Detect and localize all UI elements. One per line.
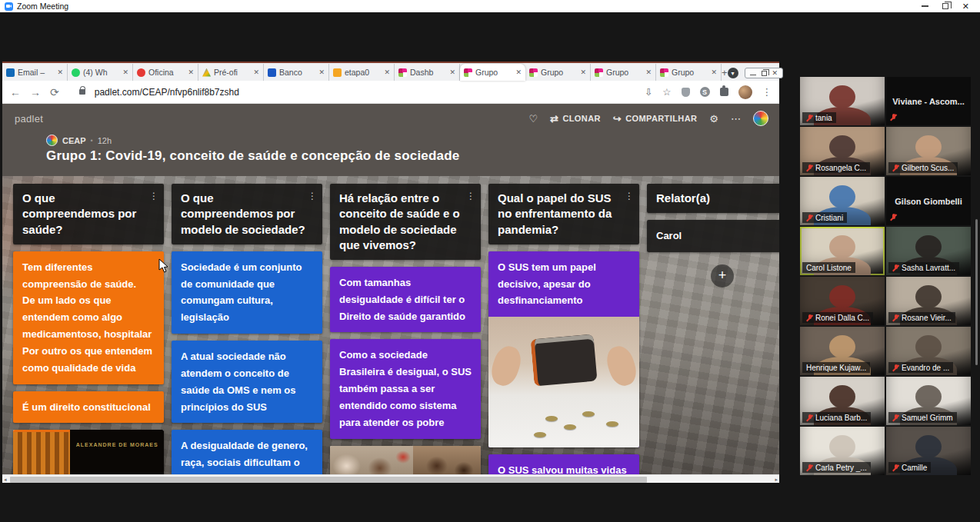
clonar-button[interactable]: ⇄ CLONAR: [550, 113, 601, 125]
post-card[interactable]: Com tamanhas desigualdade é difícil ter …: [330, 267, 481, 332]
participant-tile-0[interactable]: tania: [800, 77, 885, 125]
column-menu-kebab-icon[interactable]: ⋮: [149, 190, 158, 202]
install-icon[interactable]: ⇩: [645, 86, 652, 98]
padlet-user-avatar[interactable]: [753, 111, 768, 126]
participant-tile-5[interactable]: Gilson Giombelli: [886, 177, 971, 225]
post-card[interactable]: O SUS tem um papel decisivo, apesar do d…: [488, 251, 639, 447]
browser-tab-1[interactable]: (4) Wh✕: [68, 64, 133, 81]
participants-scrollbar[interactable]: [975, 219, 978, 365]
padlet-favicon-icon: [529, 68, 538, 77]
participant-tile-3[interactable]: Gilberto Scus...: [886, 127, 971, 175]
column-menu-kebab-icon[interactable]: ⋮: [308, 190, 317, 202]
participant-tile-6[interactable]: Carol Listone: [800, 227, 885, 275]
padlet-logo[interactable]: padlet: [15, 113, 43, 125]
tab-close-icon[interactable]: ✕: [515, 68, 522, 76]
tab-close-icon[interactable]: ✕: [122, 68, 128, 76]
participant-name: Gilberto Scus...: [902, 164, 954, 172]
participant-name: Camille: [902, 464, 927, 472]
browser-menu-kebab-icon[interactable]: ⋮: [762, 86, 772, 98]
column-menu-kebab-icon[interactable]: ⋮: [466, 190, 475, 202]
back-icon[interactable]: ←: [10, 86, 21, 98]
post-card[interactable]: A atual sociedade não atendem o conceito…: [172, 341, 322, 423]
bookmark-star-icon[interactable]: ☆: [662, 86, 671, 98]
browser-tab-10[interactable]: Grupo✕: [656, 64, 722, 81]
settings-gear-icon[interactable]: ⚙: [709, 113, 718, 125]
browser-minimize-button[interactable]: [750, 71, 756, 75]
participant-tile-13[interactable]: Samuel Grimm: [886, 377, 971, 425]
extensions-puzzle-icon[interactable]: [720, 88, 728, 96]
tab-close-icon[interactable]: ✕: [384, 68, 390, 76]
participant-tile-2[interactable]: Rosangela C...: [800, 127, 885, 175]
browser-tab-6[interactable]: Dashb✕: [395, 64, 460, 81]
tab-close-icon[interactable]: ✕: [645, 68, 652, 76]
scroll-right-arrow[interactable]: ▸: [775, 475, 778, 484]
hand-shape: [603, 343, 639, 389]
browser-tab-5[interactable]: etapa0✕: [329, 64, 395, 81]
browser-tab-3[interactable]: Pré-ofi✕: [198, 64, 264, 81]
participant-name-bar: Luciana Barb...: [802, 412, 871, 423]
like-heart-icon[interactable]: ♡: [528, 113, 538, 125]
post-card[interactable]: É um direito constitucional: [13, 391, 164, 424]
tab-label: etapa0: [345, 68, 381, 77]
participant-tile-9[interactable]: Rosane Vieir...: [886, 277, 971, 325]
participant-tile-7[interactable]: Sasha Lavratt...: [886, 227, 971, 275]
scroll-left-arrow[interactable]: ◂: [4, 475, 7, 484]
post-text: Sociedade é um conjunto de comunidade qu…: [172, 251, 322, 334]
browser-tab-7[interactable]: Grupo✕: [460, 64, 525, 81]
restore-button[interactable]: [942, 3, 948, 9]
post-card[interactable]: ALEXANDRE DE MORAES: [13, 430, 164, 474]
shield-extension-icon[interactable]: [682, 88, 690, 97]
author-avatar: [46, 135, 58, 146]
url-address[interactable]: padlet.com/CEAP/nfvp6nlif8b7zshd: [95, 87, 239, 98]
browser-restore-button[interactable]: [762, 71, 767, 76]
participant-tile-10[interactable]: Henrique Kujaw...: [800, 327, 885, 375]
new-tab-button[interactable]: +: [722, 67, 728, 81]
browser-tab-8[interactable]: Grupo✕: [525, 64, 591, 81]
horizontal-scrollbar[interactable]: ◂ ▸: [2, 474, 779, 483]
forward-icon[interactable]: →: [30, 86, 41, 98]
participant-name-bar: tania: [802, 112, 836, 123]
tab-close-icon[interactable]: ✕: [253, 68, 259, 76]
compartilhar-button[interactable]: ↪ COMPARTILHAR: [613, 113, 698, 125]
post-card[interactable]: O SUS salvou muitas vidas: [488, 454, 639, 474]
column-menu-kebab-icon[interactable]: ⋮: [625, 190, 634, 202]
browser-tab-2[interactable]: Oficina✕: [133, 64, 198, 81]
browser-tab-4[interactable]: Banco✕: [264, 64, 329, 81]
tab-close-icon[interactable]: ✕: [318, 68, 325, 76]
post-card[interactable]: Como a sociedade Brasileira é desigual, …: [330, 339, 481, 438]
browser-tab-9[interactable]: Grupo✕: [591, 64, 656, 81]
browser-close-button[interactable]: ✕: [772, 70, 778, 76]
tab-close-icon[interactable]: ✕: [580, 68, 586, 76]
muted-mic-icon: [806, 414, 813, 422]
tab-close-icon[interactable]: ✕: [188, 68, 194, 76]
participant-tile-1[interactable]: Viviane - Ascom...: [886, 77, 971, 125]
participant-tile-8[interactable]: Ronei Dalla C...: [800, 277, 885, 325]
tab-close-icon[interactable]: ✕: [449, 68, 455, 76]
reload-icon[interactable]: ⟳: [50, 86, 59, 98]
participant-tile-14[interactable]: Carla Petry _...: [800, 427, 885, 475]
close-button[interactable]: ✕: [962, 2, 969, 10]
participant-tile-15[interactable]: Camille: [886, 427, 971, 475]
post-card[interactable]: Carol: [647, 220, 779, 252]
board-column-3: Qual o papel do SUS no enfrentamento da …: [488, 184, 639, 474]
minimize-button[interactable]: [922, 5, 928, 7]
post-card[interactable]: A desigualdade de genero, raça, sociais …: [172, 430, 322, 474]
add-post-button[interactable]: +: [711, 264, 734, 288]
tab-close-icon[interactable]: ✕: [57, 68, 63, 76]
browser-tab-0[interactable]: Email –✕: [2, 64, 68, 81]
participant-tile-11[interactable]: Evandro de ...: [886, 327, 971, 375]
post-card[interactable]: Tem diferentes compreensão de saúde. De …: [13, 251, 164, 384]
muted-mic-icon: [892, 364, 899, 372]
sheet-favicon-icon: [333, 68, 342, 77]
skype-extension-icon[interactable]: S: [700, 87, 710, 97]
participant-tile-4[interactable]: Cristiani: [800, 177, 885, 225]
participant-name: Henrique Kujaw...: [806, 364, 866, 372]
tab-search-icon[interactable]: ▾: [728, 68, 738, 78]
tab-close-icon[interactable]: ✕: [711, 68, 717, 76]
post-card[interactable]: [330, 446, 481, 474]
post-card[interactable]: Sociedade é um conjunto de comunidade qu…: [172, 251, 322, 334]
scrollbar-thumb[interactable]: [10, 477, 647, 483]
browser-profile-avatar[interactable]: [738, 85, 752, 99]
more-options-icon[interactable]: ⋯: [731, 113, 741, 125]
participant-tile-12[interactable]: Luciana Barb...: [800, 377, 885, 425]
